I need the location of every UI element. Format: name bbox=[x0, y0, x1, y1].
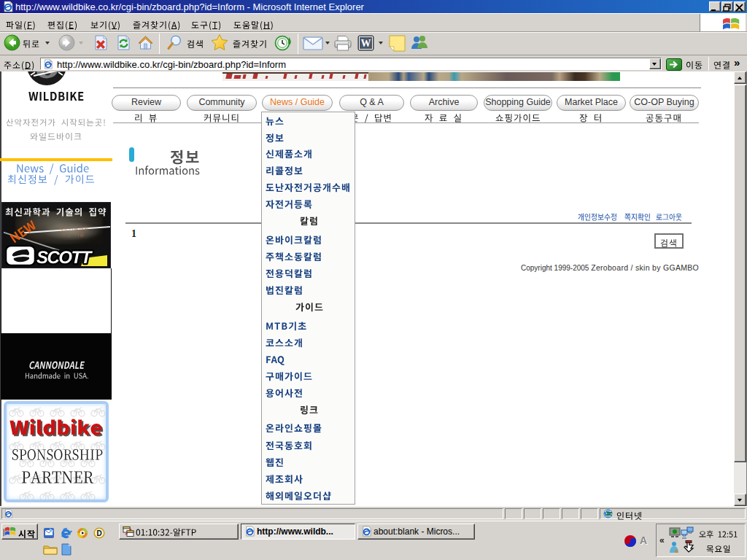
svg-text:D: D bbox=[96, 529, 101, 537]
svg-text:W: W bbox=[361, 38, 371, 49]
